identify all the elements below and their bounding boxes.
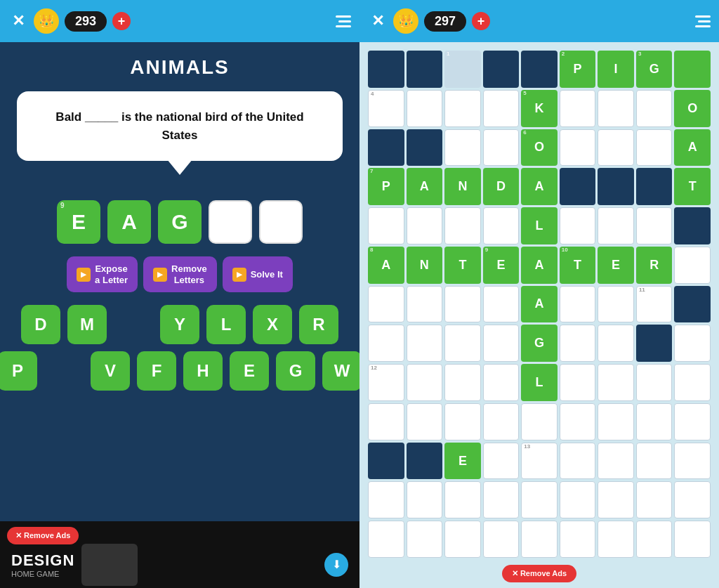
cell-r5-c6[interactable]: E [598, 247, 634, 284]
cell-r4-c3[interactable] [483, 207, 520, 244]
expose-letter-button[interactable]: ▶ Expose a Letter [67, 256, 138, 292]
cell-r7-c3[interactable] [483, 325, 520, 362]
cell-r8-c1[interactable] [407, 364, 443, 401]
cell-r8-c4[interactable]: L [521, 364, 558, 401]
key-D[interactable]: D [21, 305, 60, 344]
cell-r5-c5[interactable]: 10T [560, 247, 596, 284]
cell-r1-c4[interactable]: 5K [521, 90, 558, 127]
cell-r4-c6[interactable] [598, 207, 634, 244]
cell-r3-c4[interactable]: A [521, 168, 558, 205]
cell-r1-c0[interactable]: 4 [368, 90, 404, 127]
cell-r0-c7[interactable]: 3G [636, 51, 673, 88]
cell-r4-c0[interactable] [368, 207, 404, 244]
remove-letters-button[interactable]: ▶ Remove Letters [143, 256, 217, 292]
left-ad-download-button[interactable]: ⬇ [324, 553, 348, 577]
right-remove-ads-button[interactable]: ✕ Remove Ads [502, 565, 576, 582]
cell-r9-c1[interactable] [407, 403, 443, 440]
cell-r6-c7[interactable]: 11 [636, 286, 673, 323]
cell-r10-c7[interactable] [636, 443, 673, 480]
cell-r2-c4[interactable]: 6O [521, 129, 558, 166]
cell-r9-c6[interactable] [598, 403, 634, 440]
cell-r8-c3[interactable] [483, 364, 520, 401]
cell-r12-c7[interactable] [636, 521, 673, 558]
cell-r10-c3[interactable] [483, 443, 520, 480]
cell-r8-c8[interactable] [674, 364, 711, 401]
left-remove-ads-button[interactable]: ✕ Remove Ads [7, 527, 79, 544]
cell-r2-c7[interactable] [636, 129, 673, 166]
key-M[interactable]: M [67, 305, 107, 344]
key-Y[interactable]: Y [160, 305, 199, 344]
cell-r2-c6[interactable] [598, 129, 634, 166]
cell-r5-c4[interactable]: A [521, 247, 558, 284]
cell-r7-c5[interactable] [560, 325, 596, 362]
key-W[interactable]: W [322, 351, 362, 391]
cell-r3-c7[interactable] [636, 168, 673, 205]
cell-r1-c7[interactable] [636, 90, 673, 127]
cell-r6-c2[interactable] [444, 286, 481, 323]
cell-r5-c8[interactable] [674, 247, 711, 284]
cell-r6-c0[interactable] [368, 286, 404, 323]
cell-r11-c4[interactable] [521, 481, 558, 518]
cell-r6-c5[interactable] [560, 286, 596, 323]
answer-tile-1[interactable]: A [107, 200, 151, 244]
cell-r0-c8[interactable] [674, 51, 711, 88]
cell-r1-c5[interactable] [560, 90, 596, 127]
cell-r6-c4[interactable]: A [521, 286, 558, 323]
answer-tile-4[interactable] [259, 200, 303, 244]
cell-r10-c6[interactable] [598, 443, 634, 480]
cell-r9-c3[interactable] [483, 403, 520, 440]
answer-tile-3[interactable] [209, 200, 252, 244]
cell-r1-c2[interactable] [444, 90, 481, 127]
cell-r0-c0[interactable] [368, 51, 404, 88]
left-close-button[interactable]: ✕ [8, 12, 28, 30]
cell-r12-c2[interactable] [444, 521, 481, 558]
cell-r12-c1[interactable] [407, 521, 443, 558]
cell-r12-c3[interactable] [483, 521, 520, 558]
cell-r10-c8[interactable] [674, 443, 711, 480]
cell-r9-c4[interactable] [521, 403, 558, 440]
cell-r11-c2[interactable] [444, 481, 481, 518]
cell-r8-c0[interactable]: 12 [368, 364, 404, 401]
cell-r0-c6[interactable]: I [598, 51, 634, 88]
key-P[interactable]: P [0, 351, 37, 391]
cell-r9-c0[interactable] [368, 403, 404, 440]
cell-r5-c1[interactable]: N [407, 247, 443, 284]
key-G[interactable]: G [276, 351, 315, 391]
cell-r11-c1[interactable] [407, 481, 443, 518]
cell-r2-c1[interactable] [407, 129, 443, 166]
cell-r12-c5[interactable] [560, 521, 596, 558]
cell-r7-c2[interactable] [444, 325, 481, 362]
answer-tile-2[interactable]: G [158, 200, 202, 244]
cell-r1-c8[interactable]: O [674, 90, 711, 127]
solve-it-button[interactable]: ▶ Solve It [223, 256, 293, 292]
cell-r3-c8[interactable]: T [674, 168, 711, 205]
cell-r4-c4[interactable]: L [521, 207, 558, 244]
key-H[interactable]: H [183, 351, 223, 391]
cell-r5-c7[interactable]: R [636, 247, 673, 284]
cell-r4-c7[interactable] [636, 207, 673, 244]
cell-r7-c8[interactable] [674, 325, 711, 362]
cell-r2-c3[interactable] [483, 129, 520, 166]
cell-r9-c7[interactable] [636, 403, 673, 440]
cell-r11-c5[interactable] [560, 481, 596, 518]
left-menu-button[interactable] [336, 15, 351, 27]
cell-r12-c0[interactable] [368, 521, 404, 558]
cell-r11-c3[interactable] [483, 481, 520, 518]
cell-r0-c5[interactable]: 2P [560, 51, 596, 88]
cell-r7-c6[interactable] [598, 325, 634, 362]
key-L[interactable]: L [206, 305, 246, 344]
cell-r11-c7[interactable] [636, 481, 673, 518]
cell-r3-c3[interactable]: D [483, 168, 520, 205]
key-X[interactable]: X [253, 305, 292, 344]
cell-r5-c2[interactable]: T [444, 247, 481, 284]
key-F[interactable]: F [137, 351, 176, 391]
key-R[interactable]: R [299, 305, 338, 344]
right-close-button[interactable]: ✕ [368, 12, 388, 30]
cell-r4-c2[interactable] [444, 207, 481, 244]
cell-r3-c5[interactable] [560, 168, 596, 205]
cell-r2-c0[interactable] [368, 129, 404, 166]
cell-r11-c6[interactable] [598, 481, 634, 518]
cell-r12-c6[interactable] [598, 521, 634, 558]
cell-r5-c3[interactable]: 9E [483, 247, 520, 284]
cell-r2-c8[interactable]: A [674, 129, 711, 166]
